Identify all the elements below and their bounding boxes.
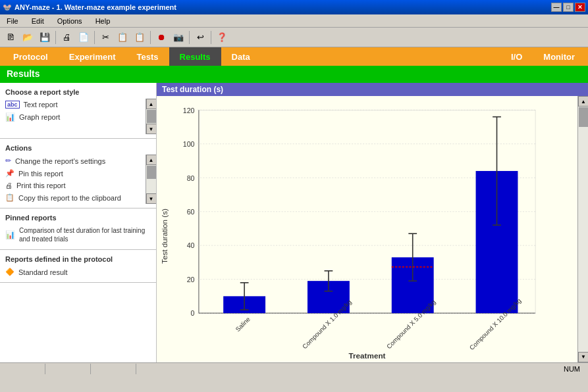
actions-scroll-track	[146, 165, 157, 193]
text-report-icon: abc	[5, 101, 20, 109]
status-sep-1	[45, 364, 45, 374]
choose-report-scroll: abc Text report 📊 Graph report ▲ ▼	[0, 99, 156, 134]
record-button[interactable]: ⏺	[153, 30, 169, 45]
toolbar-sep-1	[55, 31, 56, 44]
pinned-comparison-label: Comparison of test duration for last tra…	[19, 226, 151, 243]
pinned-graph-icon: 📊	[5, 230, 15, 239]
pin-icon: 📌	[5, 169, 14, 178]
menu-bar: File Edit Options Help	[0, 14, 588, 28]
chart-scroll-down[interactable]: ▼	[578, 352, 588, 362]
toolbar-sep-3	[150, 31, 151, 44]
choose-scroll-thumb[interactable]	[147, 110, 156, 123]
actions-section: Actions ✏ Change the report's settings 📌…	[0, 139, 156, 208]
standard-result-label: Standard result	[18, 268, 68, 276]
window-controls[interactable]: — □ ✕	[551, 3, 585, 12]
undo-button[interactable]: ↩	[192, 30, 208, 45]
svg-text:80: 80	[187, 174, 195, 182]
copy-icon: 📋	[5, 193, 14, 202]
svg-text:40: 40	[187, 241, 195, 249]
open-button[interactable]: 📂	[20, 30, 36, 45]
svg-text:100: 100	[183, 140, 195, 148]
choose-scroll-track	[146, 109, 157, 124]
chart-svg: Test duration (s) 0 20 40	[157, 96, 577, 362]
choose-scroll-down[interactable]: ▼	[146, 124, 157, 134]
text-report-item[interactable]: abc Text report	[0, 99, 146, 110]
content-split: Choose a report style abc Text report 📊 …	[0, 83, 588, 362]
tab-data[interactable]: Data	[221, 47, 261, 66]
toolbar-sep-4	[189, 31, 190, 44]
menu-file[interactable]: File	[3, 16, 22, 26]
print-report-item[interactable]: 🖨 Print this report	[0, 180, 146, 191]
camera-button[interactable]: 📷	[171, 30, 186, 45]
chart-scroll-track	[578, 107, 588, 352]
chart-scroll-thumb[interactable]	[579, 107, 588, 127]
left-panel: Choose a report style abc Text report 📊 …	[0, 83, 157, 362]
tab-monitor[interactable]: Monitor	[533, 47, 585, 66]
copy-report-label: Copy this report to the clipboard	[18, 194, 121, 202]
svg-text:0: 0	[191, 309, 195, 317]
title-bar: 🐭 ANY-maze - 1. Water-maze example exper…	[0, 0, 588, 14]
choose-report-section: Choose a report style abc Text report 📊 …	[0, 83, 156, 139]
tab-results[interactable]: Results	[169, 47, 221, 66]
toolbar-sep-2	[94, 31, 95, 44]
tab-io[interactable]: I/O	[500, 47, 533, 66]
maximize-button[interactable]: □	[563, 3, 574, 12]
print-report-label: Print this report	[16, 182, 66, 189]
tab-tests[interactable]: Tests	[126, 47, 169, 66]
printer-icon: 🖨	[5, 182, 13, 189]
app-icon: 🐭	[3, 3, 12, 12]
choose-scroll-up[interactable]: ▲	[146, 99, 157, 109]
standard-result-item[interactable]: 🔶 Standard result	[0, 266, 156, 278]
menu-options[interactable]: Options	[53, 16, 86, 26]
standard-result-icon: 🔶	[5, 268, 14, 276]
chart-scroll-up[interactable]: ▲	[578, 96, 588, 107]
pin-report-item[interactable]: 📌 Pin this report	[0, 167, 146, 180]
actions-scroll-thumb[interactable]	[147, 166, 156, 179]
tab-experiment[interactable]: Experiment	[59, 47, 126, 66]
chart-content: Test duration (s) 0 20 40	[157, 96, 588, 362]
status-bar: NUM	[0, 362, 588, 376]
graph-report-item[interactable]: 📊 Graph report	[0, 110, 146, 124]
chart-svg-wrapper: Test duration (s) 0 20 40	[157, 96, 577, 362]
status-num: NUM	[558, 365, 585, 373]
change-settings-label: Change the report's settings	[15, 157, 105, 165]
choose-report-items: abc Text report 📊 Graph report	[0, 99, 146, 134]
status-sep-3	[136, 364, 136, 374]
copy-report-item[interactable]: 📋 Copy this report to the clipboard	[0, 191, 146, 204]
chart-panel: Test duration (s) Test duration (s) 0	[157, 83, 588, 362]
text-report-label: Text report	[24, 101, 58, 109]
cut-button[interactable]: ✂	[97, 30, 113, 45]
actions-title: Actions	[0, 143, 156, 155]
nav-right: I/O Monitor	[500, 47, 585, 66]
chart-scrollbar[interactable]: ▲ ▼	[577, 96, 588, 362]
actions-scroll-up[interactable]: ▲	[146, 155, 157, 165]
toolbar: 🖹 📂 💾 🖨 📄 ✂ 📋 📋 ⏺ 📷 ↩ ❓	[0, 28, 588, 47]
new-button[interactable]: 🖹	[3, 30, 18, 45]
menu-help[interactable]: Help	[92, 16, 115, 26]
minimize-button[interactable]: —	[551, 3, 562, 12]
copy-button[interactable]: 📋	[115, 30, 130, 45]
pin-report-label: Pin this report	[18, 170, 63, 178]
close-button[interactable]: ✕	[575, 3, 585, 12]
pinned-title: Pinned reports	[0, 212, 156, 224]
svg-text:Saline: Saline	[234, 316, 252, 333]
x-axis-label: Treatment	[349, 351, 386, 360]
nav-tabs: Protocol Experiment Tests Results Data I…	[0, 47, 588, 66]
tab-protocol[interactable]: Protocol	[3, 47, 59, 66]
results-header: Results	[0, 66, 588, 83]
paste-button[interactable]: 📋	[132, 30, 147, 45]
actions-items: ✏ Change the report's settings 📌 Pin thi…	[0, 155, 146, 204]
actions-scroll-down[interactable]: ▼	[146, 193, 157, 204]
preview-button[interactable]: 📄	[76, 30, 92, 45]
actions-scrollbar[interactable]: ▲ ▼	[146, 155, 156, 204]
choose-scrollbar[interactable]: ▲ ▼	[146, 99, 156, 134]
change-settings-item[interactable]: ✏ Change the report's settings	[0, 155, 146, 167]
svg-text:120: 120	[183, 107, 195, 114]
help-button[interactable]: ❓	[214, 30, 230, 45]
chart-title: Test duration (s)	[157, 83, 588, 96]
protocol-reports-section: Reports defined in the protocol 🔶 Standa…	[0, 250, 156, 283]
pinned-comparison-item[interactable]: 📊 Comparison of test duration for last t…	[0, 224, 156, 245]
menu-edit[interactable]: Edit	[28, 16, 48, 26]
save-button[interactable]: 💾	[37, 30, 53, 45]
print-button[interactable]: 🖨	[59, 30, 74, 45]
